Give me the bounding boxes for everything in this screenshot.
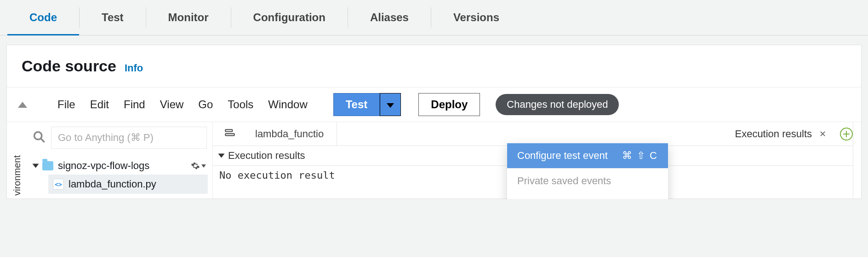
menu-file[interactable]: File <box>55 98 78 111</box>
goto-anything-input[interactable]: Go to Anything (⌘ P) <box>51 127 207 149</box>
code-source-panel: Code source Info File Edit Find View Go … <box>6 45 862 199</box>
editor-column: lambda_functio Execution results ✕ Execu… <box>213 122 853 199</box>
keyboard-shortcut: ⌘ ⇧ C <box>622 150 658 162</box>
file-tree: signoz-vpc-flow-logs <> lambda_function.… <box>27 153 212 199</box>
dropdown-item-label: Configure test event <box>517 150 608 162</box>
chevron-down-icon <box>201 164 206 168</box>
ide-area: vironment Go to Anything (⌘ P) signoz-vp… <box>7 122 861 199</box>
panel-header: Code source Info <box>7 45 861 87</box>
tab-aliases[interactable]: Aliases <box>348 0 431 35</box>
svg-rect-2 <box>225 129 232 131</box>
tree-file-row[interactable]: <> lambda_function.py <box>48 175 208 194</box>
right-gutter <box>853 122 861 199</box>
test-button-group: Test <box>333 93 401 116</box>
deploy-button[interactable]: Deploy <box>418 93 480 116</box>
tab-configuration[interactable]: Configuration <box>231 0 348 35</box>
test-dropdown-button[interactable] <box>380 93 401 116</box>
svg-line-1 <box>41 139 45 142</box>
exec-tab-label: Execution results <box>735 128 812 140</box>
dropdown-configure-test-event[interactable]: Configure test event ⌘ ⇧ C <box>507 143 668 168</box>
tab-versions[interactable]: Versions <box>431 0 521 35</box>
menu-go[interactable]: Go <box>195 98 216 111</box>
collapse-up-icon[interactable] <box>18 102 27 108</box>
python-file-icon: <> <box>53 179 64 190</box>
file-explorer: Go to Anything (⌘ P) signoz-vpc-flow-log… <box>27 122 213 199</box>
editor-tabs: lambda_functio Execution results ✕ <box>213 122 853 146</box>
ide-toolbar: File Edit Find View Go Tools Window Test… <box>7 87 861 122</box>
file-name: lambda_function.py <box>69 178 156 190</box>
menu-window[interactable]: Window <box>265 98 310 111</box>
test-button[interactable]: Test <box>333 93 380 116</box>
tab-test[interactable]: Test <box>80 0 146 35</box>
environment-side-label[interactable]: vironment <box>7 122 27 199</box>
folder-icon <box>42 161 53 170</box>
search-icon[interactable] <box>33 130 46 145</box>
test-dropdown-menu: Configure test event ⌘ ⇧ C Private saved… <box>507 143 668 199</box>
chevron-down-icon <box>387 103 394 108</box>
close-icon[interactable]: ✕ <box>817 129 829 139</box>
search-row: Go to Anything (⌘ P) <box>27 122 212 153</box>
folder-name: signoz-vpc-flow-logs <box>58 160 149 172</box>
tree-settings[interactable] <box>191 161 206 170</box>
panel-title: Code source <box>22 57 116 75</box>
tree-folder-row[interactable]: signoz-vpc-flow-logs <box>32 157 208 175</box>
editor-tab-execution-results[interactable]: Execution results ✕ <box>730 128 834 140</box>
deploy-status-badge: Changes not deployed <box>496 94 619 115</box>
info-link[interactable]: Info <box>125 62 143 74</box>
dropdown-saved-event[interactable]: signoz-vpc-flow-logs <box>507 193 668 199</box>
chevron-down-icon <box>33 164 39 168</box>
outline-icon[interactable] <box>217 127 242 141</box>
top-tabs: Code Test Monitor Configuration Aliases … <box>0 0 868 35</box>
menu-tools[interactable]: Tools <box>225 98 256 111</box>
menu-view[interactable]: View <box>157 98 187 111</box>
add-tab-button[interactable] <box>840 128 853 140</box>
menu-edit[interactable]: Edit <box>87 98 112 111</box>
gear-icon <box>191 161 200 170</box>
dropdown-heading: Private saved events <box>507 169 668 193</box>
chevron-down-icon <box>218 154 225 158</box>
tab-monitor[interactable]: Monitor <box>146 0 231 35</box>
exec-header-label: Execution results <box>228 150 305 162</box>
menu-find[interactable]: Find <box>121 98 148 111</box>
svg-point-0 <box>34 132 42 140</box>
editor-tab-file[interactable]: lambda_functio <box>242 122 337 146</box>
tab-code[interactable]: Code <box>7 0 79 35</box>
svg-rect-3 <box>225 134 234 135</box>
